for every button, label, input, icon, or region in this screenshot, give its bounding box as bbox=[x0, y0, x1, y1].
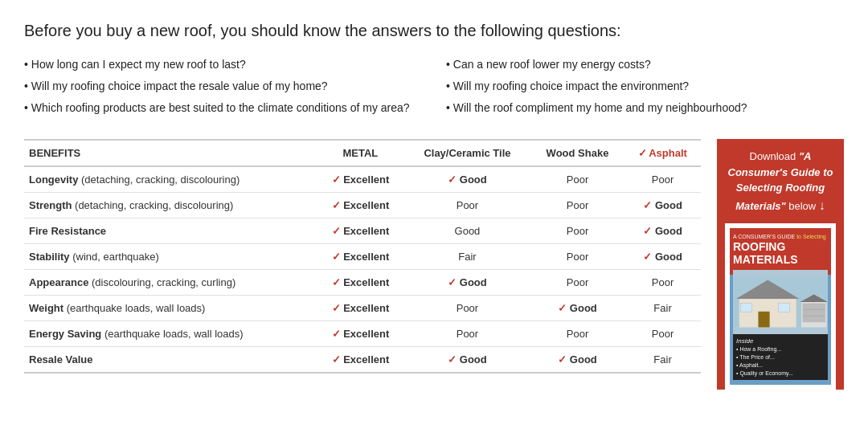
wood-value: Poor bbox=[567, 174, 588, 186]
asphalt-value: Poor bbox=[652, 174, 674, 186]
clay-value: Poor bbox=[457, 302, 478, 314]
clay-value: Fair bbox=[458, 251, 476, 263]
metal-cell: ✓ Excellent bbox=[317, 296, 404, 321]
book-highlight: to Selecting bbox=[796, 234, 826, 239]
benefit-bold: Resale Value bbox=[29, 353, 93, 365]
asphalt-value: Good bbox=[655, 199, 682, 211]
clay-cell: ✓ Good bbox=[404, 166, 530, 193]
benefit-bold: Longevity bbox=[29, 174, 78, 186]
metal-cell: ✓ Excellent bbox=[317, 244, 404, 270]
intro-item: Which roofing products are best suited t… bbox=[24, 100, 422, 116]
check-icon: ✓ bbox=[448, 174, 457, 186]
asphalt-value: Poor bbox=[652, 328, 674, 340]
check-icon: ✓ bbox=[332, 353, 341, 365]
download-text: Download "A Consumer's Guide to Selectin… bbox=[725, 149, 836, 215]
intro-list-right: Can a new roof lower my energy costs? Wi… bbox=[446, 56, 844, 116]
clay-cell: Poor bbox=[404, 193, 530, 218]
book-inside-title: Inside bbox=[736, 337, 753, 345]
svg-rect-3 bbox=[758, 312, 769, 328]
metal-value: Excellent bbox=[343, 225, 389, 237]
wood-value: Poor bbox=[567, 276, 588, 288]
metal-cell: ✓ Excellent bbox=[317, 193, 404, 218]
check-icon: ✓ bbox=[332, 174, 341, 186]
page-title: Before you buy a new roof, you should kn… bbox=[24, 19, 844, 42]
col-header-asphalt: ✓Asphalt bbox=[624, 140, 701, 166]
clay-cell: ✓ Good bbox=[404, 270, 530, 296]
asphalt-cell: Poor bbox=[624, 166, 701, 193]
benefit-name-cell: Weight (earthquake loads, wall loads) bbox=[24, 296, 317, 321]
clay-value: Good bbox=[460, 174, 487, 186]
benefit-bold: Appearance bbox=[29, 276, 88, 288]
intro-item: How long can I expect my new roof to las… bbox=[24, 56, 422, 73]
asphalt-checkmark: ✓ bbox=[638, 147, 647, 159]
intro-section: How long can I expect my new roof to las… bbox=[24, 56, 844, 121]
benefit-normal: (discolouring, cracking, curling) bbox=[88, 276, 235, 288]
wood-value: Poor bbox=[567, 199, 588, 211]
sidebar-card[interactable]: Download "A Consumer's Guide to Selectin… bbox=[717, 139, 844, 390]
svg-rect-7 bbox=[803, 304, 825, 323]
down-arrow-icon: ↓ bbox=[819, 198, 825, 212]
benefit-bold: Stability bbox=[29, 251, 70, 263]
wood-value: Poor bbox=[567, 328, 588, 340]
benefit-name-cell: Fire Resistance bbox=[24, 218, 317, 244]
check-icon: ✓ bbox=[558, 302, 567, 314]
benefit-bold: Strength bbox=[29, 199, 72, 211]
clay-cell: Poor bbox=[404, 321, 530, 347]
wood-value: Poor bbox=[567, 251, 588, 263]
asphalt-cell: Poor bbox=[624, 321, 701, 347]
wood-cell: Poor bbox=[530, 218, 624, 244]
benefit-normal: (earthquake loads, wall loads) bbox=[101, 328, 243, 340]
check-icon: ✓ bbox=[332, 328, 341, 340]
wood-cell: Poor bbox=[530, 321, 624, 347]
check-icon: ✓ bbox=[643, 251, 652, 263]
wood-cell: ✓ Good bbox=[530, 296, 624, 321]
asphalt-cell: ✓ Good bbox=[624, 218, 701, 244]
book-inside-item: • How a Roofing... bbox=[736, 346, 781, 352]
benefit-name-cell: Longevity (detaching, cracking, discolou… bbox=[24, 166, 317, 193]
check-icon: ✓ bbox=[643, 225, 652, 237]
book-top-text: A CONSUMER'S GUIDE to Selecting bbox=[733, 233, 828, 240]
table-row: Weight (earthquake loads, wall loads)✓ E… bbox=[24, 296, 701, 321]
check-icon: ✓ bbox=[332, 302, 341, 314]
table-header-row: BENEFITS METAL Clay/Ceramic Tile Wood Sh… bbox=[24, 140, 701, 166]
intro-col-right: Can a new roof lower my energy costs? Wi… bbox=[446, 56, 844, 121]
check-icon: ✓ bbox=[332, 276, 341, 288]
metal-value: Excellent bbox=[343, 199, 389, 211]
table-row: Strength (detaching, cracking, discolour… bbox=[24, 193, 701, 218]
asphalt-cell: Fair bbox=[624, 347, 701, 374]
intro-item: Will my roofing choice impact the resale… bbox=[24, 78, 422, 95]
check-icon: ✓ bbox=[448, 276, 457, 288]
wood-cell: Poor bbox=[530, 244, 624, 270]
book-house-image bbox=[733, 270, 828, 334]
check-icon: ✓ bbox=[448, 353, 457, 365]
metal-value: Excellent bbox=[343, 251, 389, 263]
check-icon: ✓ bbox=[332, 225, 341, 237]
metal-value: Excellent bbox=[343, 328, 389, 340]
main-content: BENEFITS METAL Clay/Ceramic Tile Wood Sh… bbox=[24, 139, 844, 390]
book-cover-inner: A CONSUMER'S GUIDE to Selecting ROOFINGM… bbox=[730, 228, 831, 385]
metal-value: Excellent bbox=[343, 302, 389, 314]
table-row: Resale Value✓ Excellent✓ Good✓ GoodFair bbox=[24, 347, 701, 374]
benefit-name-cell: Appearance (discolouring, cracking, curl… bbox=[24, 270, 317, 296]
benefit-normal: (earthquake loads, wall loads) bbox=[63, 302, 205, 314]
wood-value: Good bbox=[570, 302, 597, 314]
metal-cell: ✓ Excellent bbox=[317, 166, 404, 193]
book-title: ROOFINGMATERIALS bbox=[733, 240, 828, 267]
book-inside-item: • Quality or Economy... bbox=[736, 370, 793, 376]
benefit-name-cell: Stability (wind, earthquake) bbox=[24, 244, 317, 270]
benefit-bold: Energy Saving bbox=[29, 328, 101, 340]
metal-value: Excellent bbox=[343, 276, 389, 288]
benefit-bold: Fire Resistance bbox=[29, 225, 106, 237]
clay-cell: Poor bbox=[404, 296, 530, 321]
svg-rect-5 bbox=[779, 304, 790, 312]
check-icon: ✓ bbox=[332, 251, 341, 263]
asphalt-value: Fair bbox=[653, 302, 671, 314]
metal-cell: ✓ Excellent bbox=[317, 347, 404, 374]
benefit-normal: (wind, earthquake) bbox=[70, 251, 159, 263]
download-label: Download bbox=[750, 150, 799, 162]
asphalt-value: Poor bbox=[652, 276, 674, 288]
col-header-benefits: BENEFITS bbox=[24, 140, 317, 166]
clay-value: Good bbox=[460, 276, 487, 288]
col-header-wood: Wood Shake bbox=[530, 140, 624, 166]
comparison-table: BENEFITS METAL Clay/Ceramic Tile Wood Sh… bbox=[24, 139, 701, 374]
